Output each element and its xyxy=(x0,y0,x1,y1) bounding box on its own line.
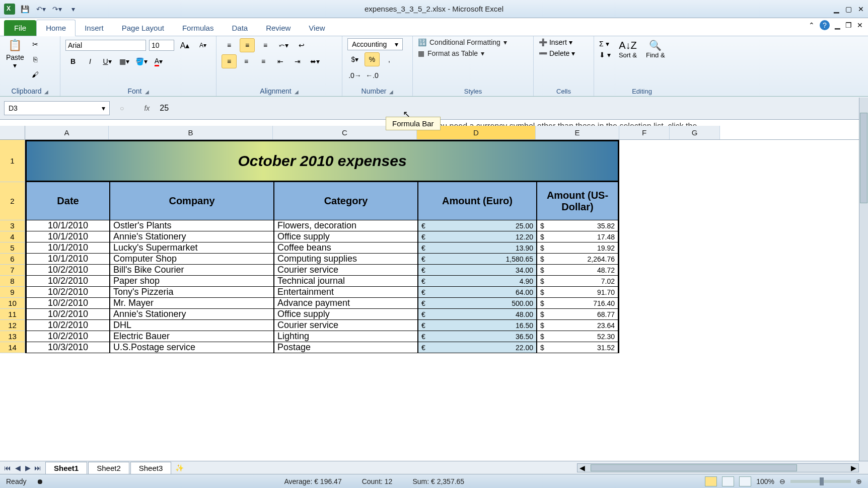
row-header[interactable]: 4 xyxy=(0,231,25,242)
cell-amount-usd[interactable]: $48.72 xyxy=(537,265,618,276)
sort-filter-button[interactable]: A↓Z Sort & xyxy=(618,39,638,60)
row-header[interactable]: 13 xyxy=(0,331,25,342)
cell-date[interactable]: 10/1/2010 xyxy=(27,231,110,242)
cell-company[interactable]: Paper shop xyxy=(110,276,274,287)
select-all-corner[interactable] xyxy=(0,126,25,139)
row-header[interactable]: 11 xyxy=(0,309,25,320)
sheet-tab-1[interactable]: Sheet1 xyxy=(45,462,87,474)
tab-formulas[interactable]: Formulas xyxy=(173,20,223,36)
font-name-combo[interactable] xyxy=(65,40,146,51)
cell-category[interactable]: Postage xyxy=(274,342,418,353)
align-middle-icon[interactable]: ≡ xyxy=(240,38,255,52)
help-icon[interactable]: ? xyxy=(820,20,830,30)
insert-cells-button[interactable]: ➕ Insert ▾ xyxy=(539,38,589,46)
cell-amount-usd[interactable]: $31.52 xyxy=(537,342,618,353)
cell-amount-euro[interactable]: €34.00 xyxy=(418,265,537,276)
sheet-tab-2[interactable]: Sheet2 xyxy=(88,462,129,474)
cell-company[interactable]: U.S.Postage service xyxy=(110,342,274,353)
clipboard-launcher-icon[interactable]: ◢ xyxy=(44,89,48,95)
row-header-2[interactable]: 2 xyxy=(0,182,25,220)
cell-company[interactable]: Annie's Stationery xyxy=(110,309,274,320)
border-button[interactable]: ▦▾ xyxy=(117,54,132,68)
window-close-icon[interactable]: ✕ xyxy=(857,21,863,29)
redo-icon[interactable]: ↷▾ xyxy=(50,3,63,16)
increase-indent-icon[interactable]: ⇥ xyxy=(290,54,305,68)
paste-button[interactable]: 📋 Paste ▾ xyxy=(5,38,25,70)
cell-amount-usd[interactable]: $7.02 xyxy=(537,276,618,287)
vertical-scrollbar[interactable] xyxy=(859,98,868,461)
header-amount-usd[interactable]: Amount (US-Dollar) xyxy=(537,182,618,220)
cell-category[interactable]: Computing supplies xyxy=(274,254,418,265)
decrease-indent-icon[interactable]: ⇤ xyxy=(273,54,288,68)
cell-amount-usd[interactable]: $52.30 xyxy=(537,331,618,342)
cell-amount-usd[interactable]: $19.92 xyxy=(537,242,618,254)
spreadsheet-grid[interactable]: A B C D E F G 1 October 2010 expenses 2 … xyxy=(0,126,859,468)
cell-category[interactable]: Office supply xyxy=(274,231,418,242)
header-category[interactable]: Category xyxy=(274,182,418,220)
cell-amount-usd[interactable]: $35.82 xyxy=(537,220,618,231)
col-header-B[interactable]: B xyxy=(109,126,273,139)
col-header-F[interactable]: F xyxy=(619,126,670,139)
cell-company[interactable]: Tony's Pizzeria xyxy=(110,287,274,298)
minimize-icon[interactable]: ▁ xyxy=(834,5,839,13)
cell-category[interactable]: Coffee beans xyxy=(274,242,418,254)
tab-review[interactable]: Review xyxy=(257,20,300,36)
header-date[interactable]: Date xyxy=(27,182,110,220)
cell-amount-usd[interactable]: $68.77 xyxy=(537,309,618,320)
cell-amount-usd[interactable]: $23.64 xyxy=(537,320,618,331)
cell-date[interactable]: 10/2/2010 xyxy=(27,287,110,298)
cell-company[interactable]: Annie's Stationery xyxy=(110,231,274,242)
sheet-tab-3[interactable]: Sheet3 xyxy=(130,462,172,474)
cell-company[interactable]: Electric Bauer xyxy=(110,331,274,342)
cell-company[interactable]: DHL xyxy=(110,320,274,331)
grow-font-icon[interactable]: A▴ xyxy=(177,38,192,52)
number-format-combo[interactable]: Accounting▾ xyxy=(347,38,403,50)
cell-company[interactable]: Bill's Bike Courier xyxy=(110,265,274,276)
cell-amount-euro[interactable]: €48.00 xyxy=(418,309,537,320)
tab-file[interactable]: File xyxy=(4,20,36,36)
cell-date[interactable]: 10/2/2010 xyxy=(27,320,110,331)
name-box[interactable]: D3▾ xyxy=(4,101,110,115)
tab-pagelayout[interactable]: Page Layout xyxy=(113,20,173,36)
cell-company[interactable]: Ostler's Plants xyxy=(110,220,274,231)
next-sheet-icon[interactable]: ▶ xyxy=(23,464,32,472)
merge-center-icon[interactable]: ⬌▾ xyxy=(307,54,322,68)
cell-amount-euro[interactable]: €12.20 xyxy=(418,231,537,242)
underline-button[interactable]: U▾ xyxy=(100,54,115,68)
cell-category[interactable]: Entertainment xyxy=(274,287,418,298)
col-header-G[interactable]: G xyxy=(670,126,720,139)
cell-category[interactable]: Lighting xyxy=(274,331,418,342)
cell-amount-usd[interactable]: $91.70 xyxy=(537,287,618,298)
row-header-1[interactable]: 1 xyxy=(0,140,25,182)
tab-insert[interactable]: Insert xyxy=(76,20,113,36)
cell-date[interactable]: 10/2/2010 xyxy=(27,276,110,287)
col-header-E[interactable]: E xyxy=(536,126,619,139)
row-header[interactable]: 3 xyxy=(0,220,25,231)
bold-button[interactable]: B xyxy=(65,54,81,68)
row-header[interactable]: 8 xyxy=(0,276,25,287)
horizontal-scrollbar[interactable]: ◀ ▶ xyxy=(577,463,859,472)
row-header[interactable]: 5 xyxy=(0,242,25,254)
row-header[interactable]: 12 xyxy=(0,320,25,331)
macro-record-icon[interactable]: ⏺ xyxy=(36,477,43,485)
decrease-decimal-icon[interactable]: ←.0 xyxy=(365,68,380,83)
cell-amount-usd[interactable]: $716.40 xyxy=(537,298,618,309)
align-bottom-icon[interactable]: ≡ xyxy=(258,38,273,52)
row-header[interactable]: 7 xyxy=(0,265,25,276)
delete-cells-button[interactable]: ➖ Delete ▾ xyxy=(539,49,589,57)
accounting-format-icon[interactable]: $▾ xyxy=(347,52,363,66)
format-as-table-button[interactable]: ▦Format as Table ▾ xyxy=(418,49,528,57)
row-header[interactable]: 9 xyxy=(0,287,25,298)
cell-date[interactable]: 10/3/2010 xyxy=(27,342,110,353)
row-header[interactable]: 6 xyxy=(0,254,25,265)
cell-date[interactable]: 10/2/2010 xyxy=(27,309,110,320)
font-size-combo[interactable] xyxy=(149,40,174,51)
copy-icon[interactable]: ⎘ xyxy=(29,53,41,65)
find-select-button[interactable]: 🔍 Find & xyxy=(645,38,666,60)
font-color-button[interactable]: A▾ xyxy=(151,54,166,68)
minimize-ribbon-icon[interactable]: ⌃ xyxy=(809,21,815,29)
cell-category[interactable]: Courier service xyxy=(274,265,418,276)
tab-home[interactable]: Home xyxy=(36,20,76,36)
cancel-formula-icon[interactable]: ○ xyxy=(120,104,124,112)
cell-date[interactable]: 10/1/2010 xyxy=(27,254,110,265)
